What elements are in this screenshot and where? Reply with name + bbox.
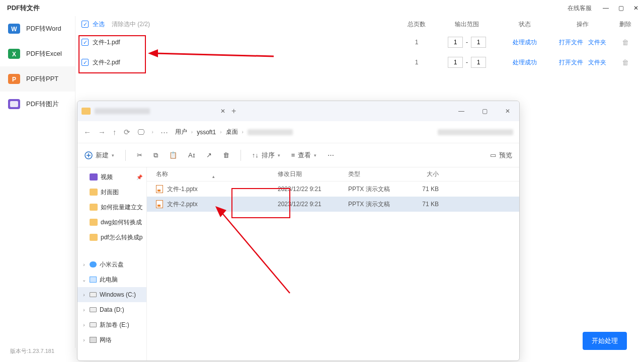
tree-item-pc[interactable]: ⌄此电脑 xyxy=(77,272,146,287)
tree-item-drive[interactable]: ›Data (D:) xyxy=(77,302,146,317)
sidebar-item-pdf-to-word[interactable]: W PDF转Word xyxy=(0,16,75,41)
copy-icon[interactable]: ⧉ xyxy=(153,151,158,159)
sidebar-item-pdf-to-ppt[interactable]: P PDF转PPT xyxy=(0,66,75,92)
range-from-input[interactable] xyxy=(448,57,463,68)
paste-icon[interactable]: 📋 xyxy=(169,151,177,159)
network-icon xyxy=(90,337,97,343)
explorer-new-tab-icon[interactable]: + xyxy=(225,107,242,116)
file-name: 文件-1.pdf xyxy=(93,38,120,47)
explorer-minimize-icon[interactable]: — xyxy=(450,101,473,121)
breadcrumb-item[interactable]: yssoft1 xyxy=(197,129,216,136)
row-checkbox[interactable] xyxy=(82,39,89,46)
clear-selected-link[interactable]: 清除选中 (2/2) xyxy=(112,20,150,29)
range-to-input[interactable] xyxy=(471,57,486,68)
rename-icon[interactable]: Aɪ xyxy=(188,151,195,159)
col-header-ops: 操作 xyxy=(552,20,613,29)
tree-item-network[interactable]: ›网络 xyxy=(77,332,146,347)
folder-icon xyxy=(90,189,98,196)
minimize-icon[interactable]: — xyxy=(602,4,610,12)
view-button[interactable]: ≡ 查看 ▾ xyxy=(291,151,317,160)
cut-icon[interactable]: ✂ xyxy=(137,151,142,159)
chevron-down-icon: ▾ xyxy=(112,153,114,158)
tree-item[interactable]: dwg如何转换成 xyxy=(77,215,146,230)
pptx-icon xyxy=(156,200,163,208)
breadcrumb-item[interactable]: 用户 xyxy=(175,128,187,136)
file-name: 文件-2.pdf xyxy=(93,58,120,67)
close-icon[interactable]: ✕ xyxy=(632,4,640,12)
page-range: - xyxy=(437,57,497,68)
tree-item[interactable]: 封面图 xyxy=(77,185,146,200)
open-file-link[interactable]: 打开文件 xyxy=(559,39,583,46)
breadcrumb-item-hidden[interactable] xyxy=(248,129,293,135)
open-file-link[interactable]: 打开文件 xyxy=(559,59,583,66)
tree-item-drive[interactable]: ›Windows (C:) xyxy=(77,287,146,302)
trash-icon xyxy=(622,59,629,66)
col-header-pages: 总页数 xyxy=(396,20,437,29)
preview-button[interactable]: ▭ 预览 xyxy=(490,151,512,160)
col-type[interactable]: 类型 xyxy=(348,170,409,178)
folder-icon xyxy=(82,108,91,115)
nav-up-icon[interactable]: ↑ xyxy=(113,128,117,136)
tree-item[interactable]: 视频📌 xyxy=(77,169,146,185)
delete-button[interactable] xyxy=(613,58,638,66)
open-folder-link[interactable]: 文件夹 xyxy=(588,59,606,66)
version-label: 版本号:1.23.7.181 xyxy=(10,347,54,355)
range-to-input[interactable] xyxy=(471,37,486,48)
sidebar-item-label: PDF转图片 xyxy=(26,100,59,109)
row-ops: 打开文件 文件夹 xyxy=(552,58,613,67)
tree-item[interactable]: pdf怎么转换成p xyxy=(77,230,146,245)
explorer-search-input[interactable] xyxy=(438,129,513,135)
row-ops: 打开文件 文件夹 xyxy=(552,38,613,47)
delete-button[interactable] xyxy=(613,38,638,46)
breadcrumb-more-icon[interactable]: ⋯ xyxy=(160,128,168,137)
range-from-input[interactable] xyxy=(448,37,463,48)
svg-text:X: X xyxy=(12,51,16,58)
row-checkbox[interactable] xyxy=(82,59,89,66)
folder-icon xyxy=(90,204,98,211)
file-row[interactable]: 文件-2.pdf 1 - 处理成功 打开文件 文件夹 xyxy=(75,52,644,72)
select-all-checkbox[interactable] xyxy=(82,21,89,28)
sort-asc-icon: ▴ xyxy=(212,174,215,179)
maximize-icon[interactable]: ▢ xyxy=(617,4,625,12)
explorer-tab-close-icon[interactable]: ✕ xyxy=(220,108,225,115)
start-processing-button[interactable]: 开始处理 xyxy=(583,332,627,350)
cloud-icon xyxy=(90,261,97,267)
explorer-maximize-icon[interactable]: ▢ xyxy=(473,101,496,121)
more-icon[interactable]: ⋯ xyxy=(328,151,334,159)
select-all-label[interactable]: 全选 xyxy=(93,20,105,29)
tree-item-cloud[interactable]: ›小米云盘 xyxy=(77,257,146,272)
col-modified[interactable]: 修改日期 xyxy=(278,170,348,178)
sidebar-item-label: PDF转Excel xyxy=(26,49,62,58)
explorer-close-icon[interactable]: ✕ xyxy=(496,101,519,121)
nav-pc-icon[interactable]: 🖵 xyxy=(137,128,145,136)
share-icon[interactable]: ↗ xyxy=(206,151,212,159)
sidebar-item-pdf-to-image[interactable]: PDF转图片 xyxy=(0,92,75,117)
disk-icon xyxy=(90,322,97,327)
col-size[interactable]: 大小 xyxy=(409,170,449,178)
explorer-file-row[interactable]: 文件-2.pptx 2023/12/22 9:21 PPTX 演示文稿 71 K… xyxy=(147,197,519,212)
disk-icon xyxy=(90,292,97,297)
explorer-file-row[interactable]: 文件-1.pptx 2023/12/22 9:21 PPTX 演示文稿 71 K… xyxy=(147,182,519,197)
nav-refresh-icon[interactable]: ⟳ xyxy=(124,128,130,137)
ppt-icon: P xyxy=(7,72,21,86)
nav-forward-icon[interactable]: → xyxy=(98,128,106,136)
folder-icon xyxy=(90,234,98,241)
col-name[interactable]: 名称▴ xyxy=(147,170,278,178)
nav-back-icon[interactable]: ← xyxy=(84,128,91,136)
tree-item-drive[interactable]: ›新加卷 (E:) xyxy=(77,317,146,332)
online-service-link[interactable]: 在线客服 xyxy=(568,4,592,13)
explorer-titlebar: ✕ + — ▢ ✕ xyxy=(77,101,519,121)
breadcrumb-item[interactable]: 桌面 xyxy=(226,128,238,136)
open-folder-link[interactable]: 文件夹 xyxy=(588,39,606,46)
tree-item[interactable]: 如何批量建立文 xyxy=(77,200,146,215)
file-row[interactable]: 文件-1.pdf 1 - 处理成功 打开文件 文件夹 xyxy=(75,32,644,52)
delete-icon[interactable]: 🗑 xyxy=(223,151,229,159)
svg-text:P: P xyxy=(12,76,16,83)
explorer-tree: 视频📌 封面图 如何批量建立文 dwg如何转换成 pdf怎么转换成p ›小米云盘… xyxy=(77,167,147,360)
sidebar-item-pdf-to-excel[interactable]: X PDF转Excel xyxy=(0,41,75,66)
sort-button[interactable]: ↑↓ 排序 ▾ xyxy=(252,151,280,160)
status-text: 处理成功 xyxy=(497,58,552,67)
col-header-status: 状态 xyxy=(497,20,552,29)
new-button[interactable]: 新建 ▾ xyxy=(85,151,114,160)
explorer-tab-title[interactable] xyxy=(95,108,150,114)
